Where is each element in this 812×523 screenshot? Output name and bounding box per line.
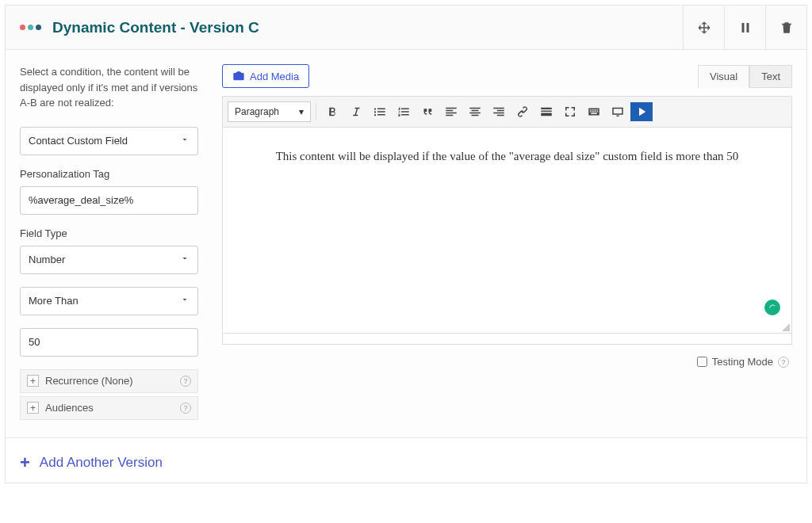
personalization-tag-label: Personalization Tag [20,168,198,180]
move-button[interactable] [683,6,724,49]
screen-button[interactable] [607,102,629,121]
format-select[interactable]: Paragraph ▾ [228,101,311,122]
align-right-icon [492,105,506,119]
ul-icon [373,105,387,119]
add-another-version-button[interactable]: + Add Another Version [6,437,806,483]
condition-select[interactable]: Contact Custom Field [20,127,198,155]
editor-status-bar [222,334,792,345]
tab-visual[interactable]: Visual [698,65,749,88]
align-left-button[interactable] [440,102,462,121]
sidebar-intro: Select a condition, the content will be … [20,64,198,111]
align-left-icon [444,105,458,119]
dropdown-arrow-icon: ▾ [299,106,304,117]
testing-mode-checkbox[interactable] [697,357,707,367]
keyboard-button[interactable] [583,102,605,121]
delete-button[interactable] [765,6,806,49]
dynamic-button[interactable] [630,102,653,121]
camera-icon [232,70,245,82]
editor-toolbar: Paragraph ▾ [222,96,792,128]
editor-text: This content will be displayed if the va… [276,150,739,162]
expand-icon: + [27,402,39,414]
format-select-value: Paragraph [235,106,279,117]
threshold-value: 50 [29,336,40,348]
bold-button[interactable] [321,102,343,121]
link-button[interactable] [511,102,534,121]
trash-icon [779,21,794,35]
audiences-label: Audiences [45,402,94,414]
pause-button[interactable] [724,6,765,49]
italic-icon [349,105,363,119]
operator-value: More Than [29,295,79,307]
help-icon[interactable]: ? [180,376,191,387]
status-indicator [764,300,780,315]
field-type-label: Field Type [20,227,198,239]
chevron-down-icon [180,254,190,265]
add-version-label: Add Another Version [40,455,163,471]
ul-button[interactable] [369,102,391,121]
recurrence-accordion[interactable]: + Recurrence (None) ? [20,369,198,393]
quote-icon [420,105,435,119]
italic-button[interactable] [345,102,367,121]
link-icon [515,105,530,119]
editor-content[interactable]: This content will be displayed if the va… [222,128,792,334]
keyboard-icon [587,105,601,119]
testing-mode-label: Testing Mode [712,356,773,368]
audiences-accordion[interactable]: + Audiences ? [20,396,198,420]
help-icon[interactable]: ? [778,357,789,368]
ol-button[interactable] [393,102,415,121]
chevron-down-icon [180,295,190,307]
refresh-icon [768,303,777,312]
panel-title: Dynamic Content - Version C [52,19,683,36]
threshold-input[interactable]: 50 [20,328,198,357]
expand-icon: + [27,375,39,387]
pause-icon [738,21,753,35]
field-type-select[interactable]: Number [20,246,198,274]
help-icon[interactable]: ? [180,403,191,414]
operator-select[interactable]: More Than [20,287,198,315]
ol-icon [396,105,411,119]
move-icon [697,21,711,35]
tab-text[interactable]: Text [749,65,792,88]
fullscreen-icon [563,105,577,119]
more-button[interactable] [535,102,557,121]
screen-icon [611,105,625,119]
plus-icon: + [20,452,30,473]
personalization-tag-value: %average_deal_size% [29,194,133,206]
resize-handle[interactable] [780,322,790,331]
insert-more-icon [539,105,553,119]
add-media-button[interactable]: Add Media [222,64,309,88]
brand-logo [20,25,41,30]
personalization-tag-input[interactable]: %average_deal_size% [20,186,198,215]
add-media-label: Add Media [250,71,299,82]
recurrence-label: Recurrence (None) [45,375,133,387]
play-icon [634,105,649,119]
align-right-button[interactable] [488,102,510,121]
bold-icon [325,105,339,119]
align-center-icon [468,105,482,119]
align-center-button[interactable] [464,102,486,121]
chevron-down-icon [180,135,190,147]
quote-button[interactable] [416,102,439,121]
fullscreen-button[interactable] [559,102,581,121]
condition-select-value: Contact Custom Field [29,135,128,147]
field-type-value: Number [29,254,65,265]
